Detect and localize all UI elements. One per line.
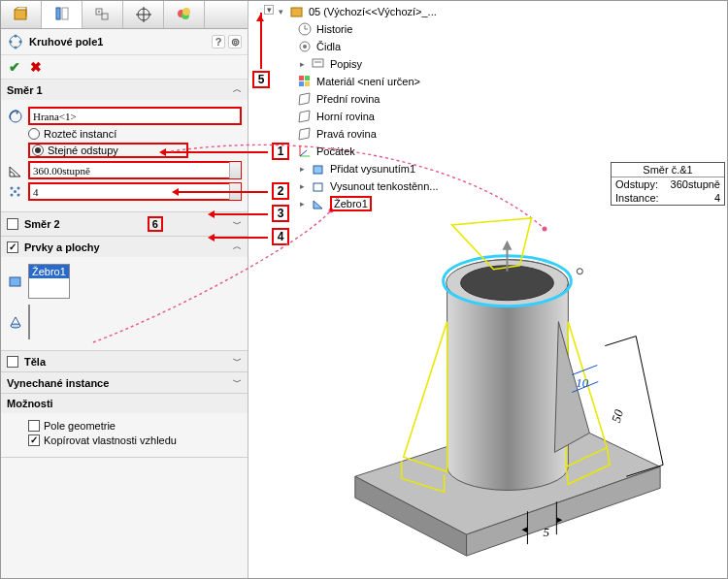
angle-icon	[7, 163, 24, 178]
tree-item-horni[interactable]: Horní rovina	[297, 108, 460, 125]
property-icon	[54, 7, 70, 22]
face-icon	[7, 314, 24, 330]
callout-arrow-3	[210, 213, 268, 215]
collapse-icon[interactable]: ▾	[276, 7, 285, 16]
plane-icon	[297, 109, 313, 124]
section-title: Směr 1	[7, 84, 43, 96]
svg-point-21	[17, 193, 20, 196]
svg-point-13	[15, 35, 17, 38]
extrude-icon	[311, 161, 326, 177]
graphics-viewport[interactable]: 10 50 5	[278, 195, 723, 574]
tree-root[interactable]: ▾ 05 (Výchozí<<Výchozí>_...	[276, 3, 460, 20]
arrowhead-icon	[256, 11, 264, 21]
chevron-down-icon: ﹀	[233, 376, 242, 389]
svg-point-20	[11, 193, 14, 196]
config-icon	[95, 7, 111, 22]
section-title: Těla	[24, 356, 46, 368]
tab-dimxpert[interactable]	[123, 1, 164, 28]
history-icon	[297, 21, 313, 37]
section-header-vynech[interactable]: Vynechané instance ﹀	[1, 372, 248, 393]
tooltip-row: Odstupy:360stupně	[612, 177, 724, 191]
callout-arrow-4	[210, 237, 268, 239]
radio-roztec[interactable]: Rozteč instancí	[28, 128, 242, 140]
chk-pole-geom[interactable]: Pole geometrie	[28, 420, 242, 432]
tree-label: Čidla	[316, 41, 341, 52]
tree-toggle-icon[interactable]: ▾	[264, 5, 274, 15]
svg-rect-5	[98, 11, 100, 13]
thin-extrude-icon	[311, 178, 326, 194]
features-list[interactable]: Žebro1	[28, 264, 70, 299]
property-manager-panel: Kruhové pole1 ? ⊚ ✔ ✖ Směr 1 ︿	[1, 1, 248, 578]
help-icon[interactable]: ?	[212, 35, 225, 48]
ok-button[interactable]: ✔	[9, 59, 20, 75]
svg-point-18	[11, 186, 14, 189]
tab-display[interactable]	[164, 1, 205, 28]
section-header-moznosti[interactable]: Možnosti	[1, 394, 248, 413]
tree-label: Popisy	[330, 58, 362, 70]
tree-label: Materiál <není určen>	[316, 76, 420, 87]
tab-property-manager[interactable]	[42, 1, 83, 28]
tree-item-vysun1[interactable]: ▸Přidat vysunutím1	[297, 160, 460, 177]
faces-list[interactable]	[28, 305, 30, 339]
callout-arrow-2	[174, 191, 268, 193]
tree-item-tenko[interactable]: ▸Vysunout tenkostěnn...	[297, 177, 460, 195]
sensor-icon	[297, 39, 313, 54]
cube-gold-icon	[14, 7, 29, 22]
checkbox-icon[interactable]	[7, 356, 18, 368]
svg-point-14	[19, 41, 22, 44]
svg-line-50	[636, 337, 663, 466]
dim-5: 5	[543, 525, 549, 539]
tree-item-cidla[interactable]: Čidla	[297, 38, 460, 55]
appearance-icon	[177, 7, 192, 22]
count-icon	[7, 184, 24, 200]
chevron-up-icon: ︿	[233, 83, 242, 96]
section-header-smer1[interactable]: Směr 1 ︿	[1, 80, 248, 100]
pm-tabbar	[1, 1, 248, 29]
svg-rect-36	[305, 81, 310, 86]
tree-label: Horní rovina	[316, 111, 375, 122]
svg-rect-23	[10, 277, 20, 286]
tree-item-prava[interactable]: Pravá rovina	[297, 125, 460, 143]
axis-input[interactable]	[28, 107, 242, 125]
chk-kopirovat[interactable]: Kopírovat vlastnosti vzhledu	[28, 434, 242, 446]
svg-rect-41	[314, 183, 322, 191]
angle-input[interactable]	[28, 161, 242, 179]
radio-dot-icon	[28, 128, 40, 140]
tree-item-historie[interactable]: Historie	[297, 20, 460, 38]
svg-rect-33	[299, 76, 304, 80]
tab-feature-manager[interactable]	[1, 1, 42, 28]
plane-icon	[297, 91, 313, 107]
tree-label: Pravá rovina	[316, 128, 377, 140]
expand-icon[interactable]: ▸	[297, 164, 307, 174]
section-header-tela[interactable]: Těla ﹀	[1, 351, 248, 371]
pin-icon[interactable]: ⊚	[228, 35, 242, 48]
checkbox-icon	[28, 420, 40, 432]
callout-6: 6	[148, 216, 163, 232]
section-title: Vynechané instance	[7, 377, 109, 389]
svg-rect-0	[15, 10, 26, 19]
list-item[interactable]: Žebro1	[29, 265, 69, 278]
svg-rect-31	[313, 59, 323, 67]
tree-item-pocatek[interactable]: Počátek	[297, 143, 460, 160]
tree-label: Přední rovina	[316, 93, 380, 105]
section-vynech: Vynechané instance ﹀	[1, 372, 248, 394]
section-tela: Těla ﹀	[1, 351, 248, 372]
plane-icon	[297, 126, 313, 142]
expand-icon[interactable]: ▸	[297, 181, 307, 191]
circular-pattern-icon	[7, 33, 24, 50]
tree-item-material[interactable]: Materiál <není určen>	[297, 73, 460, 90]
svg-point-19	[17, 186, 20, 189]
callout-5: 5	[252, 71, 270, 88]
tree-item-predni[interactable]: Přední rovina	[297, 90, 460, 108]
tab-configuration[interactable]	[83, 1, 123, 28]
tree-item-popisy[interactable]: ▸Popisy	[297, 55, 460, 73]
checkbox-label: Kopírovat vlastnosti vzhledu	[44, 434, 177, 446]
feature-name: Kruhové pole1	[29, 36, 103, 48]
checkbox-on-icon	[28, 434, 40, 446]
target-icon	[136, 7, 151, 22]
svg-point-24	[11, 324, 20, 328]
checkbox-on-icon[interactable]	[7, 241, 18, 253]
cancel-button[interactable]: ✖	[30, 59, 42, 75]
expand-icon[interactable]: ▸	[297, 59, 307, 69]
checkbox-icon[interactable]	[7, 218, 18, 230]
